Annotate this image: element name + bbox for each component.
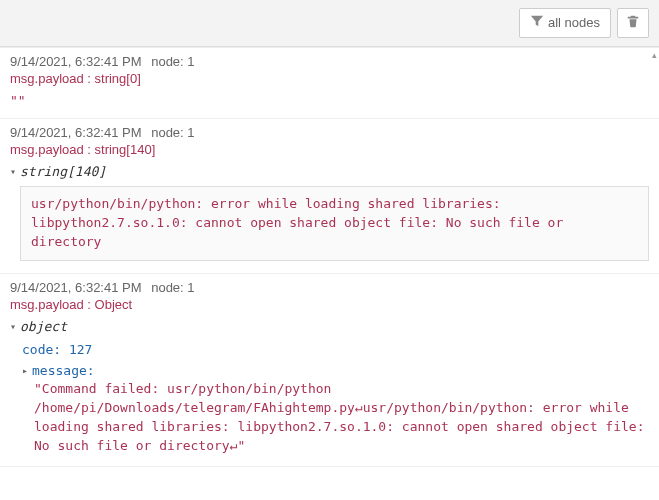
message-node: node: 1 [151,54,194,69]
object-key: message: [32,363,95,378]
object-row-code: code: 127 [22,341,649,360]
expand-toggle[interactable]: message: [22,362,95,381]
expand-toggle[interactable]: string[140] [10,163,106,182]
message-string-literal: "" [10,92,649,111]
message-header: 9/14/2021, 6:32:41 PM node: 1 [10,54,649,69]
message-body: object code: 127 message: "Command faile… [10,318,649,456]
trash-icon [626,14,640,32]
message-topic: msg.payload : string[140] [10,142,649,157]
message-body: string[140] usr/python/bin/python: error… [10,163,649,260]
message-node: node: 1 [151,280,194,295]
object-key: code: [22,342,61,357]
message-timestamp: 9/14/2021, 6:32:41 PM [10,54,142,69]
object-value-string: "Command failed: usr/python/bin/python /… [34,380,649,455]
message-topic: msg.payload : Object [10,297,649,312]
debug-toolbar: all nodes [0,0,659,47]
message-timestamp: 9/14/2021, 6:32:41 PM [10,125,142,140]
debug-message: 9/14/2021, 6:32:41 PM node: 1 msg.payloa… [0,274,659,467]
object-block: code: 127 message: "Command failed: usr/… [20,341,649,456]
object-row-message: message: "Command failed: usr/python/bin… [22,362,649,456]
clear-button[interactable] [617,8,649,38]
filter-icon [530,14,544,32]
debug-message: 9/14/2021, 6:32:41 PM node: 1 msg.payloa… [0,119,659,273]
type-label: object [20,319,67,334]
debug-message: 9/14/2021, 6:32:41 PM node: 1 msg.payloa… [0,48,659,120]
message-node: node: 1 [151,125,194,140]
filter-label: all nodes [548,15,600,31]
object-value-number: 127 [69,342,92,357]
expand-toggle[interactable]: object [10,318,67,337]
debug-messages-panel[interactable]: ▴ 9/14/2021, 6:32:41 PM node: 1 msg.payl… [0,47,659,500]
string-value-box: usr/python/bin/python: error while loadi… [20,186,649,261]
type-label: string[140] [20,164,106,179]
message-header: 9/14/2021, 6:32:41 PM node: 1 [10,125,649,140]
message-timestamp: 9/14/2021, 6:32:41 PM [10,280,142,295]
message-header: 9/14/2021, 6:32:41 PM node: 1 [10,280,649,295]
message-topic: msg.payload : string[0] [10,71,649,86]
filter-button[interactable]: all nodes [519,8,611,38]
